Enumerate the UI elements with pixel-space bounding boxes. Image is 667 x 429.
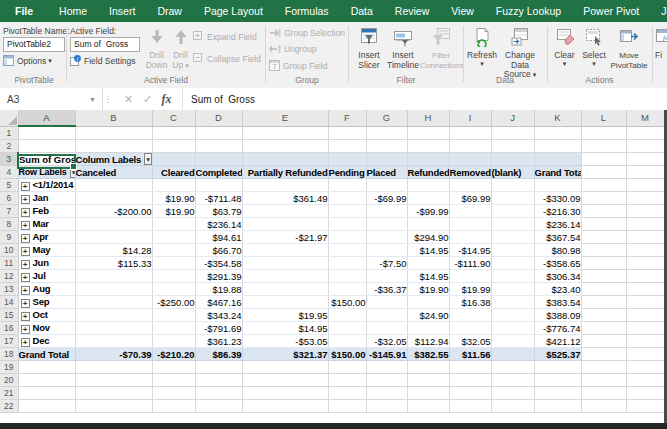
expand-icon[interactable]: + [21,338,30,347]
cell-D12[interactable]: $291.39 [195,270,242,283]
row-header-18[interactable]: 18 [0,348,18,361]
cell-B21[interactable] [75,387,152,400]
cell-M15[interactable] [626,309,664,322]
cell-M14[interactable] [626,296,664,309]
row-header-9[interactable]: 9 [0,231,18,244]
cell-C9[interactable] [152,231,195,244]
cell-G15[interactable] [366,309,407,322]
collapse-field-button[interactable]: Collapse Field [193,53,261,64]
cell-A2[interactable] [18,140,75,153]
col-header-K[interactable]: K [534,110,581,126]
cell-J13[interactable] [491,283,534,296]
cell-K12[interactable]: $306.34 [534,270,581,283]
cell-L10[interactable] [581,244,626,257]
tab-formulas[interactable]: Formulas [274,0,340,22]
cell-G16[interactable] [366,322,407,335]
cell-G10[interactable] [366,244,407,257]
cell-G12[interactable] [366,270,407,283]
cell-A5[interactable]: +<1/1/2014 [18,179,75,192]
cell-D5[interactable] [195,179,242,192]
cell-H6[interactable] [407,192,449,205]
tab-power-pivot[interactable]: Power Pivot [572,0,650,22]
cell-I14[interactable]: $16.38 [449,296,491,309]
cell-E1[interactable] [242,126,328,140]
cell-F5[interactable] [328,179,366,192]
col-header-M[interactable]: M [626,110,664,126]
cell-L1[interactable] [581,126,626,140]
cell-I22[interactable] [449,400,491,413]
cell-B17[interactable] [75,335,152,348]
cell-A1[interactable] [18,126,75,140]
cell-L14[interactable] [581,296,626,309]
cell-D19[interactable] [195,361,242,374]
cell-K9[interactable]: $367.54 [534,231,581,244]
cell-J3[interactable] [491,153,534,166]
row-header-5[interactable]: 5 [0,179,18,192]
cell-A9[interactable]: +Apr [18,231,75,244]
expand-icon[interactable]: + [21,182,30,191]
col-header-I[interactable]: I [449,110,491,126]
row-labels-filter-dropdown[interactable]: ▼ [70,166,75,178]
cell-B19[interactable] [75,361,152,374]
cell-E22[interactable] [242,400,328,413]
cell-I19[interactable] [449,361,491,374]
cell-C4[interactable]: Cleared [152,166,195,179]
col-header-J[interactable]: J [491,110,534,126]
cell-D10[interactable]: $66.70 [195,244,242,257]
cell-K5[interactable] [534,179,581,192]
row-header-13[interactable]: 13 [0,283,18,296]
cell-F11[interactable] [328,257,366,270]
cell-D11[interactable]: -$354.58 [195,257,242,270]
insert-function-icon[interactable]: fx [157,92,176,107]
cell-F19[interactable] [328,361,366,374]
expand-icon[interactable]: + [21,195,30,204]
cell-J8[interactable] [491,218,534,231]
cell-J1[interactable] [491,126,534,140]
expand-icon[interactable]: + [21,325,30,334]
cell-C18[interactable]: -$210.20 [152,348,195,361]
col-header-D[interactable]: D [195,110,242,126]
cell-F12[interactable] [328,270,366,283]
cell-K14[interactable]: $383.54 [534,296,581,309]
cell-F9[interactable] [328,231,366,244]
cell-I5[interactable] [449,179,491,192]
cell-H12[interactable]: $14.95 [407,270,449,283]
cell-J14[interactable] [491,296,534,309]
cell-L17[interactable] [581,335,626,348]
cell-C15[interactable] [152,309,195,322]
cell-M3[interactable] [626,153,664,166]
cell-F4[interactable]: Pending [328,166,366,179]
cell-F13[interactable] [328,283,366,296]
cell-K2[interactable] [534,140,581,153]
cell-F8[interactable] [328,218,366,231]
cell-K21[interactable] [534,387,581,400]
cell-F10[interactable] [328,244,366,257]
cell-E20[interactable] [242,374,328,387]
tab-page-layout[interactable]: Page Layout [193,0,274,22]
col-header-C[interactable]: C [152,110,195,126]
cell-A12[interactable]: +Jul [18,270,75,283]
cell-M6[interactable] [626,192,664,205]
cell-F21[interactable] [328,387,366,400]
cell-H8[interactable] [407,218,449,231]
cell-K6[interactable]: -$330.09 [534,192,581,205]
cell-F1[interactable] [328,126,366,140]
cell-K19[interactable] [534,361,581,374]
tab-insert[interactable]: Insert [98,0,146,22]
row-header-12[interactable]: 12 [0,270,18,283]
cell-G6[interactable]: -$69.99 [366,192,407,205]
cell-J12[interactable] [491,270,534,283]
tab-home[interactable]: Home [48,0,98,22]
cell-A7[interactable]: +Feb [18,205,75,218]
cell-D6[interactable]: -$711.48 [195,192,242,205]
cell-H10[interactable]: $14.95 [407,244,449,257]
cell-E12[interactable] [242,270,328,283]
cell-B15[interactable] [75,309,152,322]
cell-D17[interactable]: $361.23 [195,335,242,348]
cell-M13[interactable] [626,283,664,296]
cell-L12[interactable] [581,270,626,283]
expand-icon[interactable]: + [21,247,30,256]
cell-C3[interactable] [152,153,195,166]
expand-icon[interactable]: + [21,260,30,269]
cell-A8[interactable]: +Mar [18,218,75,231]
